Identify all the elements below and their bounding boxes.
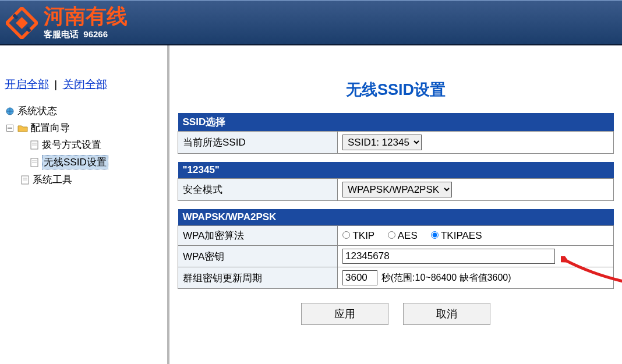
page-icon (20, 175, 30, 185)
wpa-key-label: WPA密钥 (178, 246, 338, 267)
page-icon (29, 157, 40, 168)
collapse-all-link[interactable]: 关闭全部 (63, 78, 107, 90)
page-title: 无线SSID设置 (178, 79, 614, 100)
nav-tree: 系统状态 配置向导 拨号方式设置 无 (5, 103, 162, 188)
radio-tkip[interactable]: TKIP (342, 230, 374, 241)
current-ssid-label: 当前所选SSID (178, 132, 338, 154)
page-icon (29, 140, 40, 150)
ssid-name-header: "12345" (178, 162, 614, 179)
wpa-table: WPAPSK/WPA2PSK WPA加密算法 TKIP AES TKIPAES … (178, 209, 614, 289)
tree-node-config-wizard[interactable]: 配置向导 (5, 119, 162, 136)
wpa-algo-label: WPA加密算法 (178, 226, 338, 246)
tree-node-system-tools[interactable]: 系统工具 (5, 171, 162, 188)
minus-box-icon (5, 123, 15, 133)
sidebar: 开启全部 | 关闭全部 系统状态 配置向导 (0, 45, 169, 364)
content-pane: 无线SSID设置 SSID选择 当前所选SSID SSID1: 12345 "1… (169, 45, 622, 364)
brand-title: 河南有线 (44, 6, 128, 27)
ssid-select[interactable]: SSID1: 12345 (342, 135, 422, 150)
renew-hint: 秒(范围:10~86400 缺省值3600) (381, 273, 511, 282)
brand-logo-icon (6, 7, 38, 39)
tree-node-system-status[interactable]: 系统状态 (5, 103, 162, 119)
apply-button[interactable]: 应用 (301, 303, 388, 325)
tree-node-ssid-setting[interactable]: 无线SSID设置 (5, 153, 162, 171)
app-header: 河南有线 客服电话 96266 (0, 0, 622, 45)
folder-open-icon (17, 123, 28, 133)
security-mode-select[interactable]: WPAPSK/WPA2PSK (342, 182, 452, 197)
security-mode-label: 安全模式 (178, 179, 338, 201)
renew-label: 群组密钥更新周期 (178, 267, 338, 289)
renew-input[interactable] (342, 270, 377, 285)
globe-icon (5, 106, 15, 116)
radio-aes[interactable]: AES (388, 230, 418, 241)
wpa-header: WPAPSK/WPA2PSK (178, 209, 614, 226)
cancel-button[interactable]: 取消 (403, 303, 490, 325)
ssid-select-table: SSID选择 当前所选SSID SSID1: 12345 (178, 113, 614, 154)
ssid-select-header: SSID选择 (178, 113, 614, 132)
ssid-name-table: "12345" 安全模式 WPAPSK/WPA2PSK (178, 162, 614, 201)
wpa-key-input[interactable] (342, 249, 555, 264)
svg-rect-1 (16, 17, 28, 29)
tree-node-dial-setting[interactable]: 拨号方式设置 (5, 136, 162, 153)
radio-tkipaes[interactable]: TKIPAES (431, 230, 482, 241)
hotline: 客服电话 96266 (44, 29, 128, 40)
expand-all-link[interactable]: 开启全部 (5, 78, 49, 90)
